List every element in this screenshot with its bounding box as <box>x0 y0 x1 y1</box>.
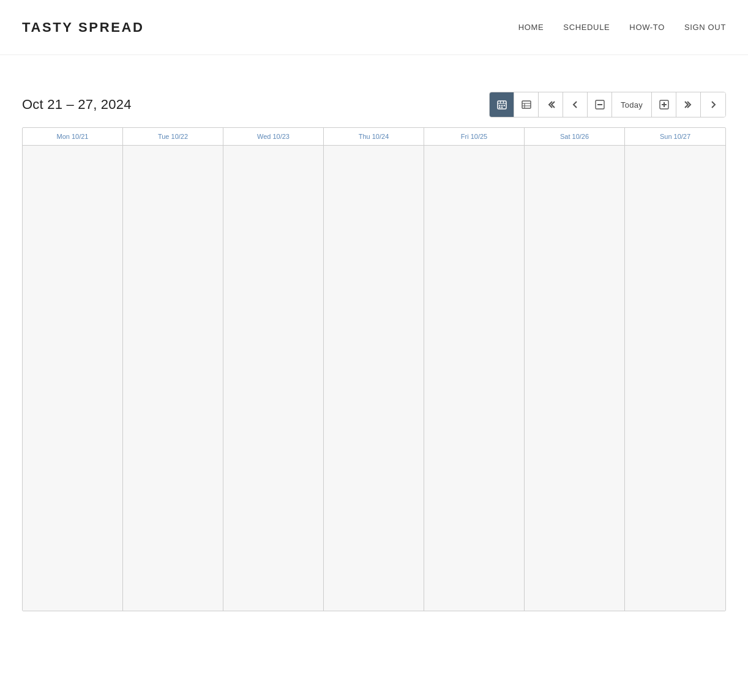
calendar-body <box>23 146 725 611</box>
nav-links: HOME SCHEDULE HOW-TO SIGN OUT <box>518 23 726 32</box>
next-far-button[interactable] <box>676 92 701 117</box>
calendar-cell-mon[interactable] <box>23 146 123 611</box>
navbar: TASTY SPREAD HOME SCHEDULE HOW-TO SIGN O… <box>0 0 748 55</box>
list-view-button[interactable] <box>514 92 539 117</box>
nav-sign-out[interactable]: SIGN OUT <box>684 23 726 32</box>
calendar-cell-sun[interactable] <box>625 146 725 611</box>
day-header-fri: Fri 10/25 <box>424 128 525 145</box>
svg-rect-7 <box>499 107 501 108</box>
nav-how-to[interactable]: HOW-TO <box>629 23 665 32</box>
prev-far-button[interactable] <box>539 92 563 117</box>
svg-rect-9 <box>522 101 531 108</box>
svg-rect-4 <box>499 105 501 106</box>
prev-button[interactable] <box>563 92 588 117</box>
svg-rect-8 <box>501 107 503 108</box>
today-button[interactable]: Today <box>612 92 652 117</box>
calendar-grid: Mon 10/21 Tue 10/22 Wed 10/23 Thu 10/24 … <box>22 127 726 611</box>
chevron-right-double-icon <box>684 100 694 110</box>
calendar-days-header: Mon 10/21 Tue 10/22 Wed 10/23 Thu 10/24 … <box>23 128 725 146</box>
nav-home[interactable]: HOME <box>518 23 544 32</box>
brand-logo: TASTY SPREAD <box>22 20 144 35</box>
zoom-in-button[interactable] <box>652 92 676 117</box>
calendar-cell-sat[interactable] <box>525 146 625 611</box>
day-header-wed: Wed 10/23 <box>223 128 324 145</box>
chevron-left-icon <box>570 100 580 110</box>
grid-view-button[interactable] <box>490 92 514 117</box>
calendar-cell-thu[interactable] <box>324 146 424 611</box>
minus-icon <box>595 100 605 110</box>
svg-rect-6 <box>503 105 505 106</box>
day-header-sat: Sat 10/26 <box>525 128 625 145</box>
chevron-right-icon <box>708 100 718 110</box>
day-header-sun: Sun 10/27 <box>625 128 725 145</box>
chevron-left-double-icon <box>546 100 556 110</box>
date-range: Oct 21 – 27, 2024 <box>22 97 132 113</box>
day-header-thu: Thu 10/24 <box>324 128 424 145</box>
plus-icon <box>659 100 669 110</box>
calendar-header: Oct 21 – 27, 2024 <box>22 92 726 117</box>
main-content: Oct 21 – 27, 2024 <box>0 55 748 633</box>
calendar-cell-fri[interactable] <box>424 146 525 611</box>
next-button[interactable] <box>701 92 725 117</box>
list-icon <box>522 100 531 110</box>
day-header-mon: Mon 10/21 <box>23 128 123 145</box>
calendar-cell-wed[interactable] <box>223 146 324 611</box>
calendar-cell-tue[interactable] <box>123 146 223 611</box>
view-toolbar: Today <box>489 92 726 117</box>
calendar-grid-icon <box>497 100 507 110</box>
zoom-out-button[interactable] <box>588 92 612 117</box>
day-header-tue: Tue 10/22 <box>123 128 223 145</box>
nav-schedule[interactable]: SCHEDULE <box>563 23 610 32</box>
svg-rect-5 <box>501 105 503 106</box>
